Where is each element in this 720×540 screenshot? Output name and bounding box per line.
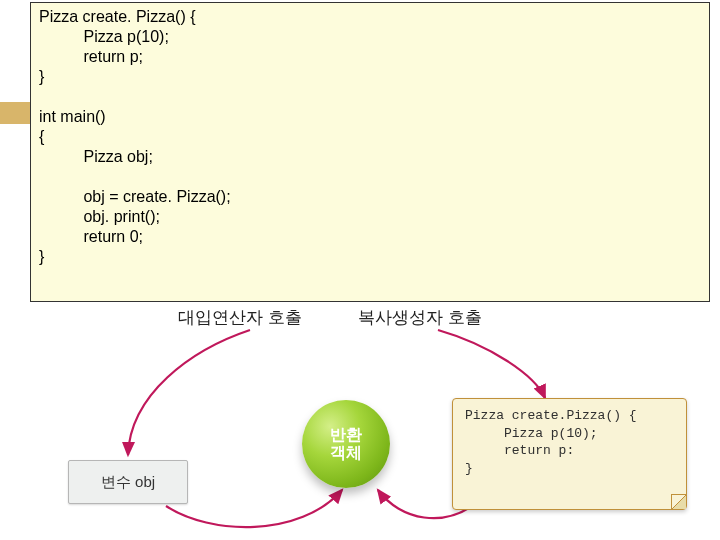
slide-accent-bar — [0, 102, 30, 124]
variable-obj-box: 변수 obj — [68, 460, 188, 504]
code-text: Pizza create. Pizza() { Pizza p(10); ret… — [39, 7, 701, 267]
arc-label-assignment-op: 대입연산자 호출 — [178, 306, 302, 329]
sphere-text-2: 객체 — [330, 444, 362, 462]
code-callout-box: Pizza create.Pizza() { Pizza p(10); retu… — [452, 398, 687, 510]
variable-obj-label: 변수 obj — [101, 473, 155, 492]
main-code-block: Pizza create. Pizza() { Pizza p(10); ret… — [30, 2, 710, 302]
callout-fold-icon — [671, 494, 686, 509]
callout-code-text: Pizza create.Pizza() { Pizza p(10); retu… — [465, 407, 674, 477]
return-object-sphere: 반환 객체 — [302, 400, 390, 488]
sphere-text-1: 반환 — [330, 426, 362, 444]
arc-label-copy-constructor: 복사생성자 호출 — [358, 306, 482, 329]
